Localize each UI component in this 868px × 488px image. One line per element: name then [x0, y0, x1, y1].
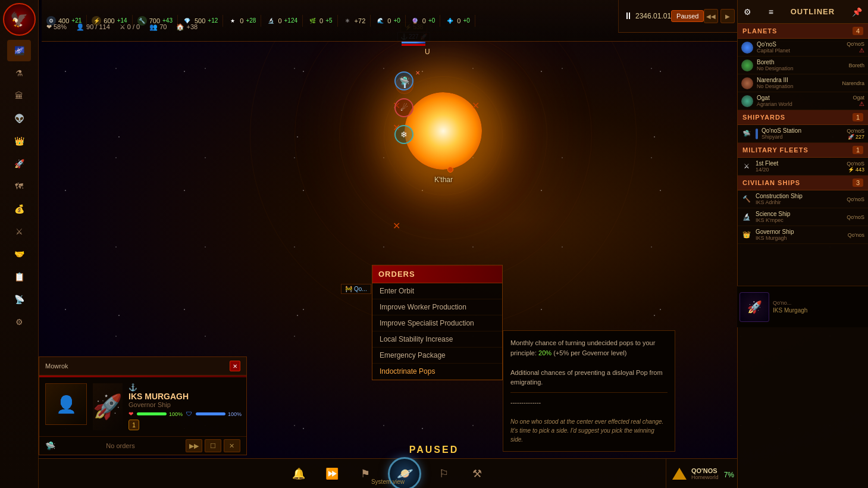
civilian-ship-name-mini: IKS Murgagh [773, 307, 862, 314]
ship-icon-2[interactable]: ☄ [394, 98, 413, 117]
housing-stat: 🏠 +38 [176, 23, 198, 31]
pop-stat: 👤 90 / 114 [76, 23, 110, 31]
leader-portrait: 👤 [56, 395, 77, 414]
tooltip-divider [510, 392, 668, 393]
notification-btn[interactable]: 🔔 [288, 463, 309, 484]
tooltip-line2: Additional chances of preventing a dislo… [510, 368, 668, 387]
civilian-item-construction[interactable]: 🔨 Construction Ship IKS Adrihir Qo'noS [738, 190, 868, 208]
civilian-label: CIVILIAN SHIPS [742, 179, 800, 186]
hp-bar-bg [137, 412, 167, 415]
action-move-btn[interactable]: ▶▶ [186, 439, 202, 452]
settings-icon-outliner[interactable]: ⚙ [744, 7, 751, 17]
construction-info: Construction Ship IKS Adrihir [756, 193, 843, 205]
pause-icon[interactable]: ⏸ [623, 11, 633, 21]
sidebar-icon-leader[interactable]: 👑 [7, 130, 31, 152]
sidebar-icon-galaxy[interactable]: 🌌 [7, 40, 31, 61]
civilian-ship-thumb: 🚀 [739, 292, 769, 322]
science-ship-icon: 🔬 [741, 212, 752, 223]
speed-1-btn[interactable]: ◀◀ [704, 9, 718, 23]
section-planets[interactable]: PLANETS 4 [738, 24, 868, 39]
fleet-item[interactable]: ⚔ 1st Fleet 14/20 Qo'noS ⚡ 443 [738, 158, 868, 176]
sidebar-icon-fleet[interactable]: 🚀 [7, 153, 31, 174]
shield-icon: 🛡 [186, 411, 192, 417]
ship-stats: ❤ 100% 🛡 100% [129, 411, 242, 417]
hp-bar-wrap: 100% [137, 411, 183, 417]
sidebar-icon-war[interactable]: ⚔ [7, 221, 31, 242]
sidebar-icon-situation[interactable]: 📋 [7, 266, 31, 287]
ship-panel-close[interactable]: ✕ [230, 361, 240, 371]
star[interactable] [405, 92, 482, 170]
section-civilian[interactable]: CIVILIAN SHIPS 3 [738, 176, 868, 190]
orders-header: ORDERS [372, 265, 502, 283]
governor-info: Governor Ship IKS Murgagh [756, 229, 844, 241]
ship-leader-icon: ⚓ [129, 383, 137, 392]
ship-icon-3[interactable]: ❄ [394, 125, 413, 144]
small-planet[interactable] [447, 167, 453, 173]
ship-panel-body: 👤 🚀 ⚓ IKS MURGAGH Governor Ship ❤ 100% 🛡 [39, 377, 246, 436]
fleet-item-info: 1st Fleet 14/20 [756, 160, 843, 173]
section-shipyards[interactable]: SHIPYARDS 1 [738, 110, 868, 125]
settings-btn[interactable]: ⚒ [466, 463, 488, 484]
ship-details: ⚓ IKS MURGAGH Governor Ship ❤ 100% 🛡 100 [129, 383, 242, 430]
civilian-item-governor[interactable]: 👑 Governor Ship IKS Murgagh Qo'nos [738, 226, 868, 244]
sidebar-icon-trade[interactable]: 💰 [7, 198, 31, 220]
sidebar-icon-map[interactable]: 🗺 [7, 176, 31, 197]
army-icon: ⚔ [120, 23, 126, 31]
action-mark-4[interactable]: ✕ [393, 220, 400, 232]
orders-enter-orbit[interactable]: Enter Orbit [372, 283, 502, 299]
ship-3d-model: 🚀 [93, 393, 123, 421]
system-view-label: System view [371, 478, 405, 485]
action-cancel-btn[interactable]: ✕ [224, 439, 240, 452]
military-count: 1 [853, 146, 863, 154]
orders-emergency-package[interactable]: Emergency Package [372, 348, 502, 364]
army-stat: ⚔ 0 / 0 [120, 23, 140, 31]
civilian-ship-details: Qo'no... IKS Murgagh [769, 298, 866, 316]
planet-alert-ogat: ⚠ [859, 101, 864, 107]
empire-logo[interactable]: 🦅 [3, 3, 36, 36]
planet-item-ogat[interactable]: Ogat Agrarian World Ogat ⚠ [738, 92, 868, 110]
sidebar-icon-species[interactable]: 👽 [7, 108, 31, 129]
planet-info-boreth: Boreth No Designation [757, 59, 845, 71]
time-display: 2346.01.01 [635, 12, 671, 20]
orders-menu: ORDERS Enter Orbit Improve Worker Produc… [372, 265, 503, 380]
section-military[interactable]: MILITARY FLEETS 1 [738, 143, 868, 158]
ship-panel-footer: 🛸 No orders ▶▶ ☐ ✕ [39, 436, 246, 455]
tooltip-bonus: (+5% per Governor level) [553, 349, 626, 356]
shield-bar-bg [196, 412, 225, 415]
planet-item-narendra[interactable]: Narendra III No Designation Narendra [738, 74, 868, 92]
fleet-item-icon: ⚔ [741, 161, 752, 172]
politics-btn[interactable]: ⚐ [433, 463, 455, 484]
sidebar-icon-contacts[interactable]: 📡 [7, 289, 31, 310]
outliner-panel: ⚙ ≡ OUTLINER 📌 PLANETS 4 Qo'noS Capital … [737, 0, 868, 488]
sidebar-icon-tech[interactable]: ⚗ [7, 62, 31, 84]
fleet-item-meta: Qo'noS ⚡ 443 [847, 161, 864, 173]
planet-info-ogat: Ogat Agrarian World [757, 95, 849, 107]
orders-specialist-production[interactable]: Improve Specialist Production [372, 315, 502, 331]
planet-item-boreth[interactable]: Boreth No Designation Boreth [738, 57, 868, 74]
orders-indoctrinate-pops[interactable]: Indoctrinate Pops [372, 364, 502, 380]
sidebar-icon-settings[interactable]: ⚙ [7, 311, 31, 333]
orders-worker-production[interactable]: Improve Worker Production [372, 299, 502, 315]
planet-icon-ogat [741, 95, 753, 107]
orders-stability-increase[interactable]: Local Stability Increase [372, 331, 502, 348]
civilian-item-science[interactable]: 🔬 Science Ship IKS K'mpec Qo'noS [738, 208, 868, 226]
pause-button[interactable]: Paused [671, 10, 704, 22]
paused-text: PAUSED [409, 445, 459, 455]
outliner-pin-icon[interactable]: 📌 [852, 7, 862, 17]
planet-info-narendra: Narendra III No Designation [757, 77, 838, 89]
action-mark-3[interactable]: ✕ [472, 100, 480, 111]
ship-orbit-icon[interactable]: 🛸 [394, 71, 413, 90]
sidebar-icon-empire[interactable]: 🏛 [7, 85, 31, 107]
fleet-icon-stat: 👥 [149, 23, 158, 31]
action-stop-btn[interactable]: ☐ [205, 439, 221, 452]
outliner-header: ⚙ ≡ OUTLINER 📌 [738, 0, 868, 24]
ship-title-prefix: ⚓ [129, 383, 242, 392]
sidebar-icon-diplomacy[interactable]: 🤝 [7, 243, 31, 265]
time-controls: ⏸ 2346.01.01 [623, 11, 671, 21]
speed-2-btn[interactable]: ▶ [720, 9, 735, 23]
homeworld-name: QO'NOS [691, 467, 719, 474]
planet-item-qonos[interactable]: Qo'noS Capital Planet Qo'noS ⚠ [738, 39, 868, 57]
speed-up-btn[interactable]: ⏩ [321, 463, 343, 484]
planet-meta-qonos: Qo'noS ⚠ [847, 41, 864, 54]
shipyard-item[interactable]: 🛸 Qo'noS Station Shipyard Qo'noS 🚀 227 [738, 125, 868, 143]
